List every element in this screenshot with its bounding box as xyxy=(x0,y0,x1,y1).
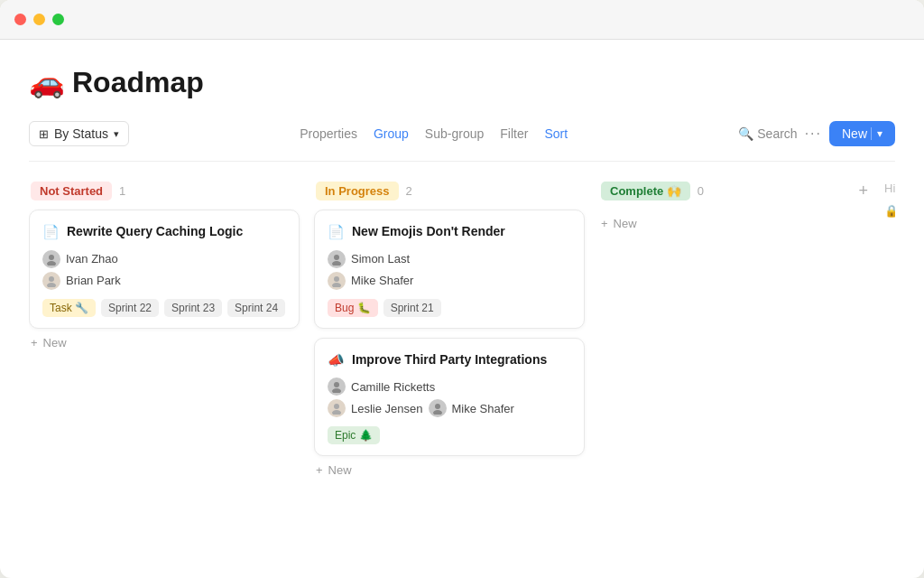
tag-bug: Bug 🐛 xyxy=(328,299,378,317)
add-new-not-started[interactable]: + New xyxy=(29,329,300,357)
svg-point-4 xyxy=(334,255,339,260)
tag-sprint-22: Sprint 22 xyxy=(101,299,159,317)
member-name: Simon Last xyxy=(351,252,410,266)
svg-point-3 xyxy=(47,283,56,287)
tag-sprint-24: Sprint 24 xyxy=(227,299,285,317)
page-emoji: 🚗 xyxy=(29,65,65,99)
column-header-in-progress: In Progress 2 xyxy=(314,176,585,210)
member-name: Mike Shafer xyxy=(351,274,413,287)
by-status-label: By Status xyxy=(54,126,108,141)
column-complete: Complete 🙌 0 + + New xyxy=(599,176,870,564)
card-emojis[interactable]: 📄 New Emojis Don't Render Simon Last xyxy=(314,210,585,329)
avatar xyxy=(328,250,346,268)
avatar xyxy=(42,272,60,290)
add-to-complete-button[interactable]: + xyxy=(858,182,868,200)
card-title-row: 📄 New Emojis Don't Render xyxy=(328,223,571,241)
member-row: Ivan Zhao xyxy=(42,250,286,268)
by-status-button[interactable]: ⊞ By Status ▾ xyxy=(29,121,129,146)
group-button[interactable]: Group xyxy=(374,123,409,144)
main-content: 🚗 Roadmap ⊞ By Status ▾ Properties Group… xyxy=(0,40,924,578)
tag-row: Task 🔧 Sprint 22 Sprint 23 Sprint 24 xyxy=(42,299,286,317)
card-title-row: 📣 Improve Third Party Integrations xyxy=(328,351,571,369)
svg-point-6 xyxy=(334,276,339,282)
add-new-in-progress[interactable]: + New xyxy=(314,456,585,484)
column-header-complete: Complete 🙌 0 + xyxy=(599,176,870,210)
column-count-complete: 0 xyxy=(698,184,704,198)
properties-button[interactable]: Properties xyxy=(300,123,357,144)
avatar xyxy=(429,399,447,417)
filter-button[interactable]: Filter xyxy=(500,123,528,144)
avatar xyxy=(328,399,346,417)
hidden-groups-section: Hidden gro 🔒 No Sta xyxy=(884,176,895,564)
page-title-row: 🚗 Roadmap xyxy=(29,40,895,114)
card-title-text: Rewrite Query Caching Logic xyxy=(67,223,243,241)
member-row-inline: Leslie Jensen Mike Shafer xyxy=(328,399,571,417)
svg-point-7 xyxy=(332,283,341,287)
svg-point-9 xyxy=(332,388,341,393)
tag-row: Epic 🌲 xyxy=(328,426,571,444)
svg-point-12 xyxy=(435,404,440,409)
card-title-text: New Emojis Don't Render xyxy=(352,223,505,241)
lock-icon: 🔒 xyxy=(884,204,895,218)
maximize-dot[interactable] xyxy=(52,14,64,25)
column-not-started: Not Started 1 📄 Rewrite Query Caching Lo… xyxy=(29,176,300,564)
svg-point-8 xyxy=(334,382,339,387)
add-new-label: New xyxy=(43,336,67,350)
page-title: Roadmap xyxy=(72,66,204,99)
card-megaphone-icon: 📣 xyxy=(328,352,345,368)
more-button[interactable]: ··· xyxy=(805,126,822,142)
member-name: Brian Park xyxy=(66,274,121,287)
chevron-down-icon: ▾ xyxy=(114,128,119,140)
add-new-complete[interactable]: + New xyxy=(599,210,870,238)
add-new-label: New xyxy=(328,463,352,477)
add-icon: + xyxy=(31,336,38,350)
svg-point-1 xyxy=(47,261,56,266)
status-badge-in-progress: In Progress xyxy=(316,182,399,200)
new-dropdown-arrow: ▾ xyxy=(871,127,882,140)
member-name: Leslie Jensen xyxy=(351,402,423,415)
column-count-not-started: 1 xyxy=(119,184,125,198)
close-dot[interactable] xyxy=(14,14,26,25)
card-title-text: Improve Third Party Integrations xyxy=(352,351,547,369)
app-window: 🚗 Roadmap ⊞ By Status ▾ Properties Group… xyxy=(0,0,924,578)
card-rewrite-query[interactable]: 📄 Rewrite Query Caching Logic Ivan Zhao xyxy=(29,210,300,329)
hidden-group-no-status[interactable]: 🔒 No Sta xyxy=(884,204,895,218)
tag-task: Task 🔧 xyxy=(42,299,96,317)
svg-point-2 xyxy=(49,276,54,282)
card-members: Camille Ricketts Leslie Jensen M xyxy=(328,378,571,417)
tag-row: Bug 🐛 Sprint 21 xyxy=(328,299,571,317)
column-in-progress: In Progress 2 📄 New Emojis Don't Render xyxy=(314,176,585,564)
add-icon: + xyxy=(316,463,323,477)
member-name: Mike Shafer xyxy=(452,402,514,415)
member-row: Mike Shafer xyxy=(328,272,571,290)
sort-button[interactable]: Sort xyxy=(544,123,568,144)
new-button[interactable]: New ▾ xyxy=(829,121,895,146)
titlebar xyxy=(0,0,924,40)
status-badge-complete: Complete 🙌 xyxy=(601,182,690,200)
add-icon: + xyxy=(601,217,608,230)
svg-point-13 xyxy=(433,410,442,415)
hidden-groups-header: Hidden gro xyxy=(884,176,895,204)
add-new-label: New xyxy=(614,217,637,230)
avatar xyxy=(328,378,346,396)
svg-point-5 xyxy=(332,261,341,266)
minimize-dot[interactable] xyxy=(33,14,45,25)
board: Not Started 1 📄 Rewrite Query Caching Lo… xyxy=(29,176,895,578)
new-label: New xyxy=(842,126,867,141)
member-row: Simon Last xyxy=(328,250,571,268)
svg-point-0 xyxy=(49,255,54,260)
card-doc-icon: 📄 xyxy=(42,224,60,240)
svg-point-10 xyxy=(334,404,339,409)
card-integrations[interactable]: 📣 Improve Third Party Integrations Camil… xyxy=(314,338,585,457)
subgroup-button[interactable]: Sub-group xyxy=(425,123,484,144)
hidden-label: Hidden gro xyxy=(884,182,895,195)
member-name: Ivan Zhao xyxy=(66,252,118,266)
status-badge-not-started: Not Started xyxy=(31,182,112,200)
avatar xyxy=(42,250,60,268)
member-row: Brian Park xyxy=(42,272,286,290)
search-button[interactable]: 🔍 Search xyxy=(738,126,797,141)
card-members: Simon Last Mike Shafer xyxy=(328,250,571,290)
toolbar-right: 🔍 Search ··· New ▾ xyxy=(738,121,895,146)
toolbar-center: Properties Group Sub-group Filter Sort xyxy=(129,123,738,144)
member-row: Camille Ricketts xyxy=(328,378,571,396)
